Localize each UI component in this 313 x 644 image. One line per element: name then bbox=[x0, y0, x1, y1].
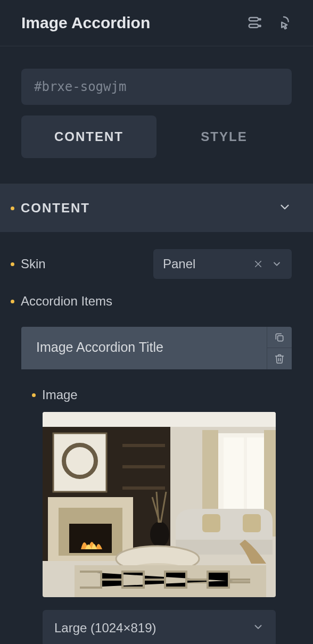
section-header-content[interactable]: CONTENT bbox=[0, 184, 313, 232]
svg-rect-20 bbox=[122, 444, 165, 447]
image-field-row: Image bbox=[32, 380, 292, 412]
svg-rect-25 bbox=[243, 514, 261, 532]
image-label: Image bbox=[42, 387, 78, 402]
accordion-item: Image Accordion Title bbox=[21, 327, 292, 644]
svg-rect-9 bbox=[43, 412, 276, 427]
svg-point-26 bbox=[150, 522, 169, 547]
tab-style[interactable]: STYLE bbox=[156, 115, 292, 158]
controls-area: Skin Panel Accordion Items bbox=[0, 232, 313, 644]
bullet-icon bbox=[11, 207, 14, 210]
svg-point-3 bbox=[259, 25, 261, 27]
svg-point-1 bbox=[259, 19, 261, 20]
accordion-items-label: Accordion Items bbox=[21, 294, 112, 309]
svg-rect-6 bbox=[278, 335, 283, 341]
tabs: CONTENT STYLE bbox=[21, 115, 292, 158]
accordion-item-header[interactable]: Image Accordion Title bbox=[21, 327, 292, 369]
control-skin: Skin Panel bbox=[11, 242, 292, 286]
svg-rect-15 bbox=[53, 433, 106, 492]
accordion-item-body: Image bbox=[21, 369, 292, 644]
delete-button[interactable] bbox=[267, 348, 292, 369]
accordion-item-title: Image Accordion Title bbox=[21, 327, 267, 369]
interactions-icon[interactable] bbox=[276, 15, 292, 31]
duplicate-button[interactable] bbox=[267, 327, 292, 348]
skin-label: Skin bbox=[21, 257, 46, 271]
tab-content[interactable]: CONTENT bbox=[21, 115, 156, 158]
bullet-icon bbox=[32, 393, 36, 397]
svg-rect-21 bbox=[122, 465, 165, 468]
accordion-item-actions bbox=[267, 327, 292, 369]
skin-select[interactable]: Panel bbox=[153, 249, 292, 279]
panel-title: Image Accordion bbox=[21, 14, 150, 32]
bullet-icon bbox=[11, 300, 14, 303]
header-icons bbox=[247, 15, 292, 31]
svg-rect-0 bbox=[249, 18, 259, 21]
top-section: #brxe-sogwjm CONTENT STYLE bbox=[0, 46, 313, 184]
svg-rect-22 bbox=[122, 486, 165, 490]
element-id-field[interactable]: #brxe-sogwjm bbox=[21, 69, 292, 105]
accordion-items-list: Image Accordion Title bbox=[11, 327, 292, 644]
image-preview[interactable] bbox=[43, 412, 276, 597]
bullet-icon bbox=[11, 262, 14, 266]
chevron-down-icon bbox=[252, 621, 264, 635]
panel-header: Image Accordion bbox=[0, 0, 313, 46]
chevron-down-icon[interactable] bbox=[271, 259, 282, 269]
image-size-select[interactable]: Large (1024×819) bbox=[43, 610, 276, 644]
control-accordion-items: Accordion Items bbox=[11, 286, 292, 316]
chevron-down-icon bbox=[278, 200, 292, 216]
svg-rect-24 bbox=[202, 514, 220, 532]
svg-rect-11 bbox=[224, 437, 244, 517]
image-size-value: Large (1024×819) bbox=[54, 621, 156, 635]
skin-select-value: Panel bbox=[163, 257, 253, 271]
structure-icon[interactable] bbox=[247, 15, 263, 31]
svg-rect-2 bbox=[249, 24, 259, 28]
clear-icon[interactable] bbox=[253, 259, 263, 269]
section-title: CONTENT bbox=[21, 201, 90, 216]
